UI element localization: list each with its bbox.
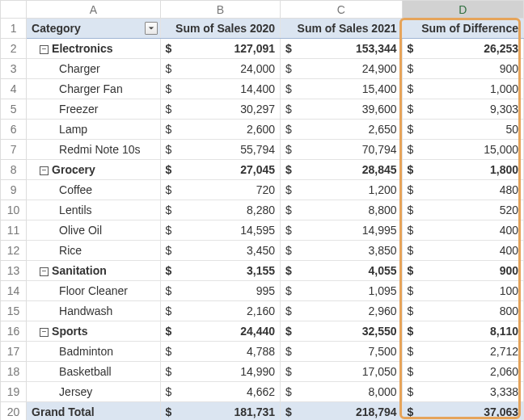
- row-header-9[interactable]: 9: [1, 180, 27, 200]
- item-sales-2021[interactable]: $ 2,650: [281, 120, 402, 140]
- header-difference[interactable]: Sum of Difference: [402, 19, 524, 39]
- item-label-cell[interactable]: Coffee: [27, 180, 161, 200]
- item-sales-2021[interactable]: $ 2,960: [281, 301, 402, 321]
- item-sales-2020[interactable]: $ 55,794: [160, 140, 280, 160]
- row-header-17[interactable]: 17: [1, 342, 27, 362]
- total-difference[interactable]: $ 37,063: [402, 402, 524, 421]
- item-sales-2021[interactable]: $ 1,095: [281, 281, 402, 301]
- item-label-cell[interactable]: Redmi Note 10s: [27, 140, 161, 160]
- item-difference[interactable]: $ 9,303: [402, 99, 524, 120]
- col-header-A[interactable]: A: [27, 1, 161, 19]
- header-sales-2020[interactable]: Sum of Sales 2020: [160, 19, 280, 39]
- row-header-6[interactable]: 6: [1, 120, 27, 140]
- col-header-D[interactable]: D: [402, 1, 524, 19]
- collapse-toggle[interactable]: −: [40, 328, 49, 337]
- row-header-10[interactable]: 10: [1, 200, 27, 220]
- row-header-13[interactable]: 13: [1, 261, 27, 281]
- select-all-corner[interactable]: [1, 1, 27, 19]
- item-difference[interactable]: $ 100: [402, 281, 524, 301]
- item-difference[interactable]: $ 50: [402, 120, 524, 140]
- item-sales-2020[interactable]: $ 995: [160, 281, 280, 301]
- group-sales-2021[interactable]: $ 32,550: [281, 321, 402, 342]
- item-difference[interactable]: $ 800: [402, 301, 524, 321]
- collapse-toggle[interactable]: −: [40, 45, 49, 54]
- item-sales-2020[interactable]: $ 2,160: [160, 301, 280, 321]
- item-difference[interactable]: $ 2,060: [402, 362, 524, 382]
- row-header-3[interactable]: 3: [1, 59, 27, 79]
- grand-total-label-cell[interactable]: Grand Total: [27, 402, 161, 421]
- row-header-8[interactable]: 8: [1, 160, 27, 180]
- item-sales-2021[interactable]: $ 8,000: [281, 382, 402, 402]
- group-difference[interactable]: $ 900: [402, 261, 524, 281]
- item-label-cell[interactable]: Lamp: [27, 120, 161, 140]
- item-label-cell[interactable]: Freezer: [27, 99, 161, 120]
- item-sales-2021[interactable]: $ 3,850: [281, 241, 402, 261]
- group-label-cell[interactable]: −Sanitation: [27, 261, 161, 281]
- filter-dropdown-button[interactable]: [145, 22, 158, 35]
- group-sales-2021[interactable]: $ 153,344: [281, 39, 402, 59]
- row-header-5[interactable]: 5: [1, 99, 27, 120]
- item-difference[interactable]: $ 400: [402, 220, 524, 241]
- item-sales-2020[interactable]: $ 14,595: [160, 220, 280, 241]
- item-difference[interactable]: $ 2,712: [402, 342, 524, 362]
- item-sales-2021[interactable]: $ 7,500: [281, 342, 402, 362]
- item-sales-2020[interactable]: $ 3,450: [160, 241, 280, 261]
- item-label-cell[interactable]: Jersey: [27, 382, 161, 402]
- item-sales-2020[interactable]: $ 14,990: [160, 362, 280, 382]
- item-sales-2020[interactable]: $ 8,280: [160, 200, 280, 220]
- total-sales-2021[interactable]: $ 218,794: [281, 402, 402, 421]
- item-label-cell[interactable]: Lentils: [27, 200, 161, 220]
- item-label-cell[interactable]: Badminton: [27, 342, 161, 362]
- group-difference[interactable]: $ 8,110: [402, 321, 524, 342]
- item-sales-2021[interactable]: $ 17,050: [281, 362, 402, 382]
- row-header-12[interactable]: 12: [1, 241, 27, 261]
- header-category[interactable]: Category: [27, 19, 161, 39]
- item-label-cell[interactable]: Basketball: [27, 362, 161, 382]
- item-label-cell[interactable]: Floor Cleaner: [27, 281, 161, 301]
- group-sales-2020[interactable]: $ 127,091: [160, 39, 280, 59]
- item-label-cell[interactable]: Charger Fan: [27, 79, 161, 99]
- item-sales-2020[interactable]: $ 30,297: [160, 99, 280, 120]
- row-header-11[interactable]: 11: [1, 220, 27, 241]
- group-sales-2020[interactable]: $ 3,155: [160, 261, 280, 281]
- item-sales-2021[interactable]: $ 14,995: [281, 220, 402, 241]
- item-difference[interactable]: $ 3,338: [402, 382, 524, 402]
- col-header-B[interactable]: B: [160, 1, 280, 19]
- total-sales-2020[interactable]: $ 181,731: [160, 402, 280, 421]
- item-sales-2021[interactable]: $ 1,200: [281, 180, 402, 200]
- group-sales-2021[interactable]: $ 4,055: [281, 261, 402, 281]
- item-difference[interactable]: $ 15,000: [402, 140, 524, 160]
- item-difference[interactable]: $ 520: [402, 200, 524, 220]
- item-sales-2020[interactable]: $ 4,788: [160, 342, 280, 362]
- group-difference[interactable]: $ 26,253: [402, 39, 524, 59]
- row-header-1[interactable]: 1: [1, 19, 27, 39]
- item-sales-2020[interactable]: $ 2,600: [160, 120, 280, 140]
- item-difference[interactable]: $ 900: [402, 59, 524, 79]
- item-difference[interactable]: $ 480: [402, 180, 524, 200]
- group-sales-2020[interactable]: $ 27,045: [160, 160, 280, 180]
- item-sales-2021[interactable]: $ 39,600: [281, 99, 402, 120]
- group-difference[interactable]: $ 1,800: [402, 160, 524, 180]
- col-header-C[interactable]: C: [281, 1, 402, 19]
- item-label-cell[interactable]: Rice: [27, 241, 161, 261]
- row-header-18[interactable]: 18: [1, 362, 27, 382]
- row-header-7[interactable]: 7: [1, 140, 27, 160]
- row-header-2[interactable]: 2: [1, 39, 27, 59]
- row-header-15[interactable]: 15: [1, 301, 27, 321]
- item-sales-2020[interactable]: $ 24,000: [160, 59, 280, 79]
- group-label-cell[interactable]: −Electronics: [27, 39, 161, 59]
- item-sales-2021[interactable]: $ 8,800: [281, 200, 402, 220]
- item-label-cell[interactable]: Handwash: [27, 301, 161, 321]
- item-sales-2021[interactable]: $ 24,900: [281, 59, 402, 79]
- collapse-toggle[interactable]: −: [40, 166, 49, 175]
- item-sales-2020[interactable]: $ 14,400: [160, 79, 280, 99]
- row-header-4[interactable]: 4: [1, 79, 27, 99]
- group-label-cell[interactable]: −Grocery: [27, 160, 161, 180]
- item-sales-2021[interactable]: $ 70,794: [281, 140, 402, 160]
- group-sales-2021[interactable]: $ 28,845: [281, 160, 402, 180]
- item-difference[interactable]: $ 400: [402, 241, 524, 261]
- row-header-19[interactable]: 19: [1, 382, 27, 402]
- item-label-cell[interactable]: Charger: [27, 59, 161, 79]
- row-header-16[interactable]: 16: [1, 321, 27, 342]
- row-header-20[interactable]: 20: [1, 402, 27, 421]
